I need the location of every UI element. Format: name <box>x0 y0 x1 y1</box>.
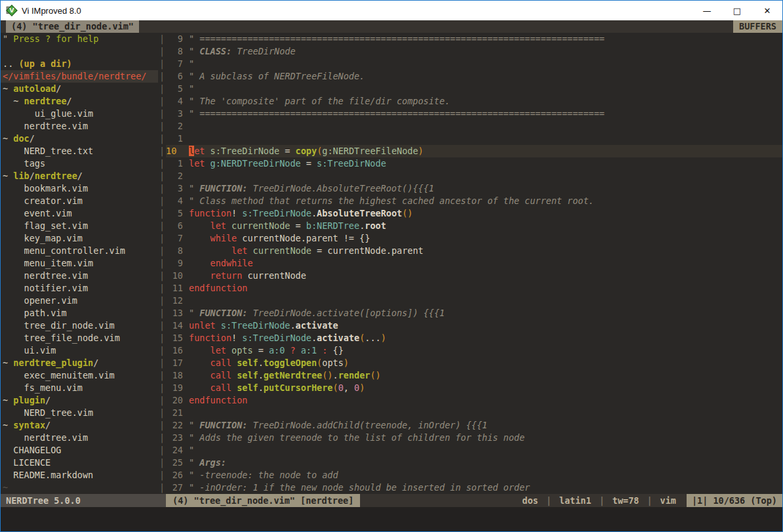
tree-row[interactable]: CHANGELOG <box>1 444 158 457</box>
tree-row[interactable]: nerdtree.vim <box>1 270 158 282</box>
code-row[interactable]: 2 <box>166 120 782 133</box>
text-segment: ) <box>344 358 349 368</box>
split-separator-glyph: | <box>158 245 166 257</box>
code-row[interactable]: 8 let currentNode = currentNode.parent <box>166 245 782 257</box>
code-row[interactable]: 10 return currentNode <box>166 270 782 282</box>
buffers-label[interactable]: BUFFERS <box>733 20 782 33</box>
code-row[interactable]: 1let g:NERDTreeDirNode = s:TreeDirNode <box>166 157 782 170</box>
tree-row[interactable]: fs_menu.vim <box>1 382 158 394</box>
code-row[interactable]: 26" -treenode: the node to add <box>166 469 782 481</box>
code-row[interactable]: 4" The 'composite' part of the file/dir … <box>166 95 782 108</box>
code-row[interactable]: 14unlet s:TreeDirNode.activate <box>166 319 782 332</box>
tree-row[interactable]: ~ autoload/ <box>1 83 158 95</box>
tree-row[interactable]: ~ syntax/ <box>1 419 158 432</box>
tree-row[interactable]: ~ doc/ <box>1 133 158 145</box>
code-row[interactable]: 19 call self.putCursorHere(0, 0) <box>166 382 782 394</box>
text-segment: call <box>211 358 232 368</box>
tree-row[interactable]: tags <box>1 157 158 170</box>
code-row[interactable]: 9 endwhile <box>166 257 782 270</box>
code-row[interactable]: 8" CLASS: TreeDirNode <box>166 45 782 58</box>
text-segment: () <box>370 370 380 380</box>
code-row[interactable]: 7" <box>166 58 782 70</box>
code-row[interactable]: 15function! s:TreeDirNode.activate(...) <box>166 332 782 344</box>
tree-row[interactable]: menu_controller.vim <box>1 245 158 257</box>
tree-row[interactable]: event.vim <box>1 207 158 220</box>
text-segment: . <box>290 320 295 331</box>
minimize-button[interactable]: — <box>692 1 722 20</box>
tree-row[interactable]: ui_glue.vim <box>1 108 158 120</box>
code-row[interactable]: 24" <box>166 444 782 457</box>
text-segment: " <box>189 46 199 56</box>
text-segment: LICENCE <box>3 457 50 468</box>
code-row[interactable]: 5" <box>166 83 782 95</box>
code-row[interactable]: 5function! s:TreeDirNode.AbsoluteTreeRoo… <box>166 207 782 220</box>
tree-row[interactable]: ui.vim <box>1 344 158 357</box>
tree-row[interactable]: </vimfiles/bundle/nerdtree/ <box>1 70 158 83</box>
code-row[interactable]: 6" A subclass of NERDTreeFileNode. <box>166 70 782 83</box>
tree-row[interactable] <box>1 45 158 58</box>
tree-row[interactable]: notifier.vim <box>1 282 158 295</box>
tree-row[interactable]: key_map.vim <box>1 232 158 245</box>
tree-row[interactable]: ~ lib/nerdtree/ <box>1 170 158 182</box>
text-segment: AbsoluteTreeRoot <box>317 208 402 218</box>
code-row[interactable]: 13" FUNCTION: TreeDirNode.activate([opti… <box>166 307 782 319</box>
tree-row[interactable]: ~ nerdtree_plugin/ <box>1 357 158 369</box>
tree-row[interactable]: " Press ? for help <box>1 33 158 45</box>
text-segment <box>189 233 211 243</box>
code-row[interactable]: 18 call self.getNerdtree().render() <box>166 369 782 382</box>
tree-row[interactable]: ~ plugin/ <box>1 394 158 407</box>
code-row[interactable]: 25" Args: <box>166 457 782 469</box>
code-row[interactable]: 22" FUNCTION: TreeDirNode.addChild(treen… <box>166 419 782 432</box>
code-row[interactable]: 7 while currentNode.parent != {} <box>166 232 782 245</box>
close-button[interactable]: ✕ <box>752 1 782 20</box>
editor-panel[interactable]: 9" =====================================… <box>166 33 782 494</box>
code-row[interactable]: 6 let currentNode = b:NERDTree.root <box>166 220 782 232</box>
tree-row[interactable]: NERD_tree.txt <box>1 145 158 157</box>
code-row[interactable]: 9" =====================================… <box>166 33 782 45</box>
code-row[interactable]: 11endfunction <box>166 282 782 295</box>
code-row[interactable]: 3" =====================================… <box>166 108 782 120</box>
code-row[interactable]: 17 call self.toggleOpen(opts) <box>166 357 782 369</box>
split-separator-glyph: | <box>158 307 166 319</box>
tree-row[interactable]: menu_item.vim <box>1 257 158 270</box>
code-row[interactable]: 23" Adds the given treenode to the list … <box>166 432 782 444</box>
code-row[interactable]: 16 let opts = a:0 ? a:1 : {} <box>166 344 782 357</box>
tree-row[interactable]: ~ nerdtree/ <box>1 95 158 108</box>
tree-row[interactable]: path.vim <box>1 307 158 319</box>
code-row[interactable]: 20endfunction <box>166 394 782 407</box>
tree-row[interactable]: tree_file_node.vim <box>1 332 158 344</box>
tree-row[interactable]: LICENCE <box>1 457 158 469</box>
text-area: " Press ? for help.. (up a dir)</vimfile… <box>1 33 782 494</box>
code-row[interactable]: 3" FUNCTION: TreeDirNode.AbsoluteTreeRoo… <box>166 182 782 195</box>
code-row[interactable]: 21 <box>166 407 782 419</box>
tree-row[interactable]: ~ <box>1 481 158 494</box>
tree-row[interactable]: creator.vim <box>1 195 158 207</box>
text-segment: .. <box>3 58 18 69</box>
code-row[interactable]: 2 <box>166 170 782 182</box>
code-row[interactable]: 10let s:TreeDirNode = copy(g:NERDTreeFil… <box>166 145 782 157</box>
tree-row[interactable]: NERD_tree.vim <box>1 407 158 419</box>
text-segment: TreeDirNode <box>231 46 296 56</box>
maximize-button[interactable]: □ <box>722 1 752 20</box>
tree-row[interactable]: nerdtree.vim <box>1 120 158 133</box>
tree-row[interactable]: nerdtree.vim <box>1 432 158 444</box>
tree-row[interactable]: bookmark.vim <box>1 182 158 195</box>
text-segment: call <box>211 370 232 380</box>
text-segment: TreeDirNode.AbsoluteTreeRoot(){{{1 <box>247 183 433 194</box>
text-segment: FUNCTION: <box>199 183 247 194</box>
tree-row[interactable]: README.markdown <box>1 469 158 481</box>
nerdtree-panel[interactable]: " Press ? for help.. (up a dir)</vimfile… <box>1 33 158 494</box>
line-number: 24 <box>166 444 189 457</box>
tree-row[interactable]: opener.vim <box>1 295 158 307</box>
buffer-tab[interactable]: (4) "tree_dir_node.vim" <box>6 20 139 33</box>
vertical-split-separator[interactable]: ||||||||||||||||||||||||||||||||||||| <box>158 33 166 494</box>
tree-row[interactable]: tree_dir_node.vim <box>1 319 158 332</box>
code-row[interactable]: 4" Class method that returns the highest… <box>166 195 782 207</box>
tree-row[interactable]: .. (up a dir) <box>1 58 158 70</box>
code-row[interactable]: 27" -inOrder: 1 if the new node should b… <box>166 481 782 494</box>
line-number: 1 <box>166 133 189 145</box>
code-row[interactable]: 1 <box>166 133 782 145</box>
tree-row[interactable]: exec_menuitem.vim <box>1 369 158 382</box>
tree-row[interactable]: flag_set.vim <box>1 220 158 232</box>
code-row[interactable]: 12 <box>166 295 782 307</box>
